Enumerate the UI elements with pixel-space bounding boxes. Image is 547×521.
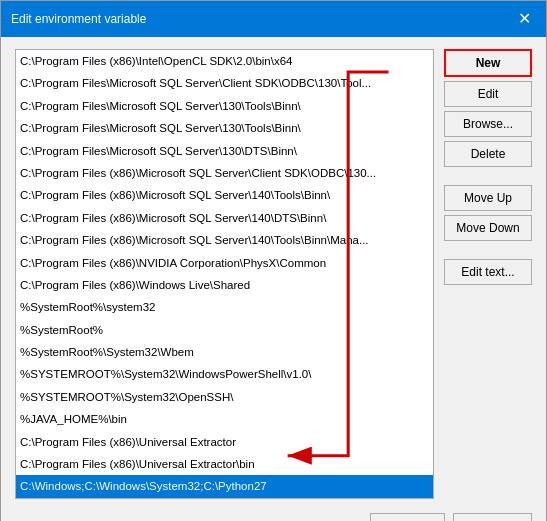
close-button[interactable]: ✕ [512,7,536,31]
ok-button[interactable]: OK [370,513,445,521]
list-item[interactable]: %SYSTEMROOT%\System32\OpenSSH\ [16,386,433,408]
list-item[interactable]: C:\Program Files (x86)\Universal Extract… [16,453,433,475]
list-item[interactable]: C:\Program Files (x86)\Universal Extract… [16,431,433,453]
delete-button[interactable]: Delete [444,141,532,167]
list-wrapper: C:\Program Files (x86)\Intel\OpenCL SDK\… [15,49,434,499]
cancel-button[interactable]: Cancel [453,513,532,521]
main-area: C:\Program Files (x86)\Intel\OpenCL SDK\… [15,49,532,499]
env-variable-list[interactable]: C:\Program Files (x86)\Intel\OpenCL SDK\… [15,49,434,499]
edit-text-button[interactable]: Edit text... [444,259,532,285]
browse-button[interactable]: Browse... [444,111,532,137]
list-item[interactable]: C:\Program Files (x86)\Microsoft SQL Ser… [16,184,433,206]
edit-button[interactable]: Edit [444,81,532,107]
move-up-button[interactable]: Move Up [444,185,532,211]
list-item[interactable]: C:\Program Files\Microsoft SQL Server\13… [16,140,433,162]
title-bar: Edit environment variable ✕ [1,1,546,37]
list-item[interactable]: C:\Program Files (x86)\Microsoft SQL Ser… [16,162,433,184]
new-button[interactable]: New [444,49,532,77]
move-down-button[interactable]: Move Down [444,215,532,241]
dialog-title: Edit environment variable [11,12,146,26]
list-item[interactable]: %SystemRoot%\System32\Wbem [16,341,433,363]
list-item[interactable]: C:\Program Files (x86)\NVIDIA Corporatio… [16,252,433,274]
list-item[interactable]: %SystemRoot% [16,319,433,341]
bottom-buttons: OK Cancel [15,513,532,521]
list-item[interactable]: C:\Program Files\Microsoft SQL Server\13… [16,117,433,139]
list-item[interactable]: C:\Windows;C:\Windows\System32;C:\Python… [16,475,433,497]
list-item[interactable]: %SYSTEMROOT%\System32\WindowsPowerShell\… [16,363,433,385]
list-item[interactable]: %SystemRoot%\system32 [16,296,433,318]
list-item[interactable]: C:\Program Files (x86)\Microsoft SQL Ser… [16,229,433,251]
list-item[interactable]: C:\Program Files\Microsoft SQL Server\13… [16,95,433,117]
dialog-content: C:\Program Files (x86)\Intel\OpenCL SDK\… [1,37,546,521]
list-item[interactable]: C:\Program Files (x86)\Microsoft SQL Ser… [16,207,433,229]
list-item[interactable]: C:\Program Files (x86)\Windows Live\Shar… [16,274,433,296]
list-item[interactable]: C:\Program Files (x86)\Intel\OpenCL SDK\… [16,50,433,72]
list-item[interactable]: %JAVA_HOME%\bin [16,408,433,430]
buttons-panel: New Edit Browse... Delete Move Up Move D… [444,49,532,499]
list-item[interactable]: C:\Program Files\Microsoft SQL Server\Cl… [16,72,433,94]
edit-env-variable-dialog: Edit environment variable ✕ C:\Program F… [0,0,547,521]
